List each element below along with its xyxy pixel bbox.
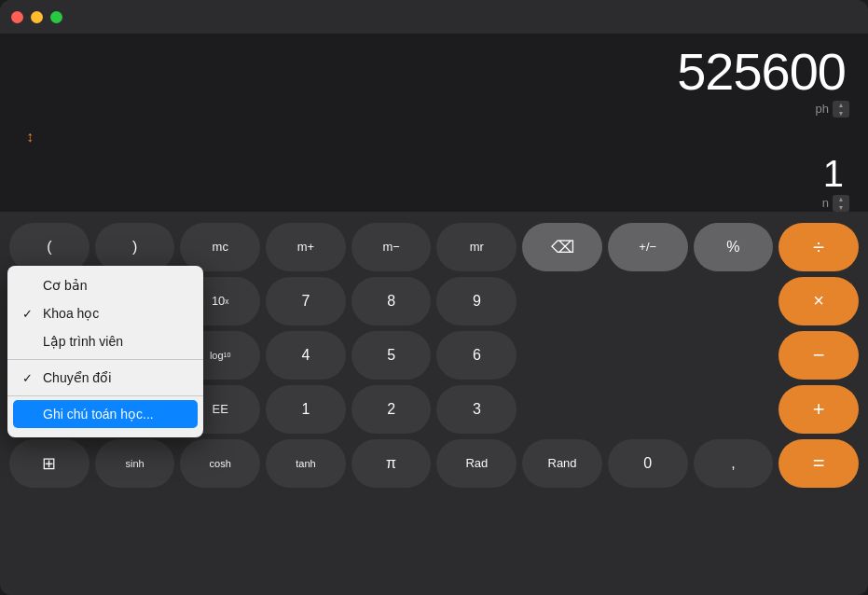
maximize-button[interactable] (50, 11, 62, 23)
8-button[interactable]: 8 (351, 277, 432, 325)
m-minus-button[interactable]: m− (351, 223, 432, 271)
main-display-value: 525600 (15, 43, 853, 101)
9-button[interactable]: 9 (436, 277, 517, 325)
minimize-button[interactable] (31, 11, 43, 23)
menu-separator-1 (7, 359, 203, 360)
cosh-button[interactable]: cosh (180, 439, 260, 488)
m-plus-button[interactable]: m+ (266, 223, 346, 271)
tanh-button[interactable]: tanh (266, 439, 346, 488)
minus-button[interactable]: − (778, 331, 859, 380)
rad-button[interactable]: Rad (436, 439, 517, 488)
calculator-window: 525600 ph ▲ ▼ ↕ 1 n ▲ ▼ ( ) mc m+ m− mr … (0, 0, 868, 595)
divide-button[interactable]: ÷ (778, 223, 859, 271)
main-unit-row: ph ▲ ▼ (15, 101, 853, 118)
science-check: ✓ (22, 307, 35, 321)
calculator-icon-button[interactable]: ⊞ (9, 439, 90, 488)
mr-button[interactable]: mr (436, 223, 517, 271)
sort-icon-row: ↕ (15, 123, 853, 149)
3-button[interactable]: 3 (436, 385, 517, 434)
4-button[interactable]: 4 (266, 331, 346, 380)
menu-item-programmer[interactable]: Lập trình viên (7, 327, 203, 355)
programmer-check (22, 335, 35, 349)
unit-stepper-up[interactable]: ▲ (833, 101, 849, 109)
menu-basic-label: Cơ bản (43, 278, 88, 293)
secondary-stepper-down[interactable]: ▼ (833, 203, 849, 212)
rand-button[interactable]: Rand (522, 439, 602, 488)
menu-science-label: Khoa học (43, 306, 99, 321)
main-unit-label: ph (816, 102, 829, 116)
multiply-button[interactable]: × (778, 277, 859, 325)
unit-stepper-down[interactable]: ▼ (833, 109, 849, 118)
menu-convert-label: Chuyển đổi (43, 370, 111, 385)
percent-button[interactable]: % (694, 223, 774, 271)
7-button[interactable]: 7 (266, 277, 346, 325)
close-paren-button[interactable]: ) (95, 223, 175, 271)
menu-item-basic[interactable]: Cơ bản (7, 271, 203, 299)
menu-item-science[interactable]: ✓ Khoa học (7, 299, 203, 327)
basic-check (22, 279, 35, 293)
dropdown-menu: Cơ bản ✓ Khoa học Lập trình viên ✓ Chuyể… (7, 266, 203, 437)
secondary-unit-stepper[interactable]: ▲ ▼ (833, 195, 849, 212)
convert-check: ✓ (22, 371, 35, 385)
1-button[interactable]: 1 (266, 385, 346, 434)
menu-separator-2 (7, 395, 203, 396)
equals-button[interactable]: = (778, 439, 859, 488)
mc-button[interactable]: mc (180, 223, 260, 271)
secondary-display-value: 1 (15, 149, 853, 195)
sinh-button[interactable]: sinh (95, 439, 175, 488)
5-button[interactable]: 5 (351, 331, 432, 380)
secondary-stepper-up[interactable]: ▲ (833, 195, 849, 203)
notes-check (22, 408, 35, 422)
plus-minus-button[interactable]: +/− (608, 223, 688, 271)
0-button[interactable]: 0 (608, 439, 688, 488)
2-button[interactable]: 2 (351, 385, 432, 434)
backspace-button[interactable]: ⌫ (522, 223, 602, 271)
secondary-unit-row: n ▲ ▼ (15, 195, 853, 212)
6-button[interactable]: 6 (436, 331, 517, 380)
menu-item-convert[interactable]: ✓ Chuyển đổi (7, 364, 203, 392)
open-paren-button[interactable]: ( (9, 223, 90, 271)
plus-button[interactable]: + (778, 385, 859, 434)
display-area: 525600 ph ▲ ▼ ↕ 1 n ▲ ▼ (0, 34, 868, 212)
main-unit-stepper[interactable]: ▲ ▼ (833, 101, 849, 118)
secondary-unit-label: n (822, 196, 829, 210)
title-bar (0, 0, 868, 34)
close-button[interactable] (11, 11, 23, 23)
menu-notes-label: Ghi chú toán học... (43, 407, 154, 422)
menu-programmer-label: Lập trình viên (43, 334, 123, 349)
menu-item-notes[interactable]: Ghi chú toán học... (13, 400, 198, 428)
decimal-button[interactable]: , (694, 439, 774, 488)
sort-icon[interactable]: ↕ (26, 129, 34, 145)
pi-button[interactable]: π (351, 439, 432, 488)
